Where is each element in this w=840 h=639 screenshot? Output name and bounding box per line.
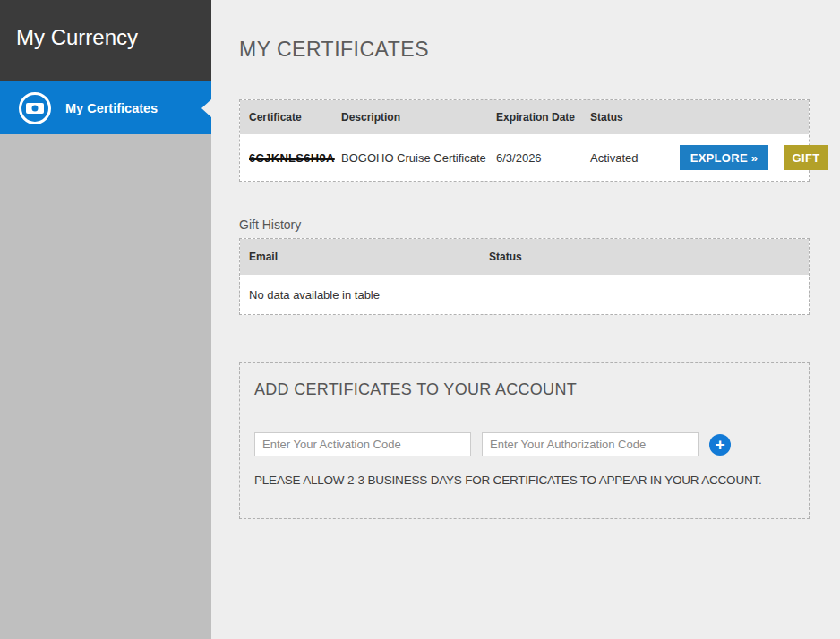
add-certificate-button[interactable]: +: [709, 434, 731, 456]
add-certificates-panel: ADD CERTIFICATES TO YOUR ACCOUNT + PLEAS…: [239, 362, 810, 519]
money-icon: [19, 92, 51, 124]
gift-history-table: Email Status No data available in table: [239, 238, 810, 315]
col-expiration-date: Expiration Date: [496, 111, 590, 124]
certificate-code: 6CJKNLS6H9A: [249, 151, 341, 165]
sidebar-item-my-certificates[interactable]: My Certificates: [0, 81, 211, 134]
plus-icon: +: [715, 435, 724, 454]
certificate-status: Activated: [590, 151, 680, 165]
gift-button[interactable]: GIFT: [784, 145, 828, 170]
gift-history-header: Email Status: [240, 239, 809, 275]
explore-button[interactable]: EXPLORE »: [680, 145, 768, 170]
sidebar-item-label: My Certificates: [65, 101, 158, 115]
processing-time-note: PLEASE ALLOW 2-3 BUSINESS DAYS FOR CERTI…: [254, 473, 794, 487]
gift-history-title: Gift History: [239, 217, 840, 232]
sidebar-title: My Currency: [0, 0, 211, 81]
sidebar-background: [0, 134, 211, 639]
col-description: Description: [341, 111, 496, 124]
active-item-arrow: [201, 99, 211, 117]
col-status: Status: [590, 111, 680, 124]
certificate-expiration: 6/3/2026: [496, 151, 590, 165]
add-certificates-form: +: [254, 432, 794, 456]
authorization-code-input[interactable]: [482, 432, 699, 456]
col-email: Email: [249, 251, 489, 263]
sidebar: My Currency My Certificates: [0, 0, 211, 639]
certificates-table: Certificate Description Expiration Date …: [239, 99, 810, 182]
activation-code-input[interactable]: [254, 432, 471, 456]
gift-history-empty-row: No data available in table: [240, 275, 809, 314]
page-title: MY CERTIFICATES: [239, 38, 840, 62]
certificate-description: BOGOHO Cruise Certificate: [341, 151, 496, 165]
main-content: MY CERTIFICATES Certificate Description …: [211, 0, 840, 639]
empty-table-message: No data available in table: [249, 288, 380, 302]
col-certificate: Certificate: [249, 111, 341, 124]
col-gift-status: Status: [489, 251, 809, 263]
add-certificates-heading: ADD CERTIFICATES TO YOUR ACCOUNT: [254, 380, 794, 399]
table-row: 6CJKNLS6H9A BOGOHO Cruise Certificate 6/…: [240, 134, 809, 181]
certificates-table-header: Certificate Description Expiration Date …: [240, 100, 809, 134]
